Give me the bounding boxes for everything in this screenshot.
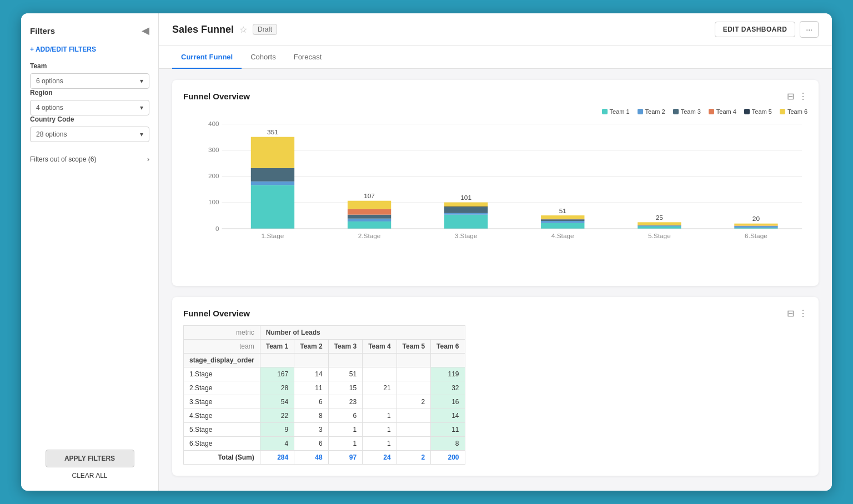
team1-cell: 9 <box>260 423 294 437</box>
svg-text:2.Stage: 2.Stage <box>358 233 381 239</box>
team4-cell: 1 <box>363 409 397 423</box>
svg-rect-30 <box>541 223 584 229</box>
svg-text:51: 51 <box>559 208 566 214</box>
tabs-bar: Current Funnel Cohorts Forecast <box>159 46 832 69</box>
stage-cell: 4.Stage <box>184 409 260 423</box>
svg-text:20: 20 <box>752 216 760 222</box>
svg-text:200: 200 <box>208 173 219 179</box>
stage-cell: 2.Stage <box>184 381 260 395</box>
stage-col-header: stage_display_order <box>184 354 260 367</box>
total-t3: 97 <box>328 451 362 465</box>
svg-rect-32 <box>541 219 584 221</box>
more-options-button[interactable]: ··· <box>800 21 819 38</box>
svg-text:25: 25 <box>656 215 663 221</box>
team-col-header: Team 5 <box>397 340 430 354</box>
table-more-icon[interactable]: ⋮ <box>799 308 807 319</box>
tab-forecast[interactable]: Forecast <box>285 46 331 69</box>
add-edit-filters-link[interactable]: + ADD/EDIT FILTERS <box>30 46 149 53</box>
team6-cell: 32 <box>431 381 465 395</box>
team1-cell: 28 <box>260 381 294 395</box>
svg-rect-17 <box>348 219 391 221</box>
team3-cell: 6 <box>328 409 362 423</box>
total-t4: 24 <box>363 451 397 465</box>
legend-item-team-4: Team 4 <box>709 108 736 115</box>
svg-text:400: 400 <box>208 121 219 127</box>
team-col-header: Team 1 <box>260 340 294 354</box>
total-t2: 48 <box>294 451 328 465</box>
svg-text:1.Stage: 1.Stage <box>262 233 284 239</box>
filter-select-country-code[interactable]: 28 options ▾ <box>30 127 149 142</box>
stage-cell: 1.Stage <box>184 367 260 381</box>
svg-text:0: 0 <box>215 225 219 231</box>
clear-all-link[interactable]: CLEAR ALL <box>72 472 107 480</box>
main-content: Sales Funnel ☆ Draft EDIT DASHBOARD ··· … <box>159 13 832 491</box>
tab-cohorts[interactable]: Cohorts <box>242 46 285 69</box>
filter-group-region: Region 4 options ▾ <box>30 89 149 115</box>
team5-cell <box>397 437 430 451</box>
chevron-down-icon: ▾ <box>140 77 143 85</box>
filter-label: Region <box>30 89 149 97</box>
dashboard-area: Funnel Overview ⊟ ⋮ Team 1Team 2Team 3Te… <box>159 69 832 491</box>
sidebar-collapse-button[interactable]: ◀ <box>142 24 149 37</box>
team-col-header: Team 4 <box>363 340 397 354</box>
table-row: 3.Stage 54 6 23 2 16 <box>184 395 465 409</box>
filter-select-team[interactable]: 6 options ▾ <box>30 73 149 89</box>
total-t6: 200 <box>431 451 465 465</box>
apply-filters-button[interactable]: APPLY FILTERS <box>46 450 134 467</box>
team5-cell: 2 <box>397 395 430 409</box>
svg-text:5.Stage: 5.Stage <box>648 233 671 239</box>
chart-filter-icon[interactable]: ⊟ <box>787 91 794 102</box>
sidebar: Filters ◀ + ADD/EDIT FILTERS Team 6 opti… <box>21 13 159 491</box>
filter-group-team: Team 6 options ▾ <box>30 62 149 89</box>
table-row: 1.Stage 167 14 51 119 <box>184 367 465 381</box>
top-bar: Sales Funnel ☆ Draft EDIT DASHBOARD ··· <box>159 13 832 46</box>
svg-rect-12 <box>251 168 294 182</box>
team2-cell: 3 <box>294 423 328 437</box>
team3-cell: 1 <box>328 423 362 437</box>
team4-cell <box>363 367 397 381</box>
funnel-table-card: Funnel Overview ⊟ ⋮ metric Number of Lea… <box>172 297 819 476</box>
svg-rect-19 <box>348 209 391 215</box>
funnel-table-title: Funnel Overview <box>183 309 250 318</box>
chevron-down-icon: ▾ <box>140 104 143 112</box>
legend-item-team-3: Team 3 <box>673 108 701 115</box>
chart-more-icon[interactable]: ⋮ <box>799 91 807 102</box>
svg-rect-31 <box>541 221 584 223</box>
svg-rect-10 <box>251 185 294 229</box>
team-subheader: team <box>184 340 260 354</box>
svg-rect-38 <box>638 225 681 226</box>
team-col-header: Team 3 <box>328 340 362 354</box>
table-filter-icon[interactable]: ⊟ <box>787 308 794 319</box>
team5-cell <box>397 381 430 395</box>
edit-dashboard-button[interactable]: EDIT DASHBOARD <box>715 22 796 37</box>
svg-rect-11 <box>251 182 294 185</box>
metric-header: metric <box>184 326 260 340</box>
svg-rect-41 <box>638 222 681 225</box>
team5-cell <box>397 423 430 437</box>
svg-rect-45 <box>734 226 777 228</box>
team2-cell: 11 <box>294 381 328 395</box>
star-icon[interactable]: ☆ <box>239 24 247 35</box>
svg-rect-34 <box>541 215 584 219</box>
filters-out-of-scope[interactable]: Filters out of scope (6) › <box>30 155 149 163</box>
filter-select-region[interactable]: 4 options ▾ <box>30 100 149 115</box>
team6-cell: 119 <box>431 367 465 381</box>
team6-cell: 16 <box>431 395 465 409</box>
totals-row: Total (Sum) 284 48 97 24 2 200 <box>184 451 465 465</box>
stage-cell: 3.Stage <box>184 395 260 409</box>
total-label: Total (Sum) <box>184 451 260 465</box>
table-row: 2.Stage 28 11 15 21 32 <box>184 381 465 395</box>
funnel-chart-title: Funnel Overview <box>183 92 250 101</box>
svg-text:4.Stage: 4.Stage <box>551 233 574 239</box>
svg-text:6.Stage: 6.Stage <box>745 233 767 239</box>
team2-cell: 14 <box>294 367 328 381</box>
team1-cell: 167 <box>260 367 294 381</box>
tab-current-funnel[interactable]: Current Funnel <box>172 46 242 69</box>
filter-label: Team <box>30 62 149 70</box>
svg-rect-18 <box>348 215 391 219</box>
team6-cell: 14 <box>431 409 465 423</box>
svg-rect-24 <box>444 213 488 215</box>
svg-rect-23 <box>444 215 488 229</box>
svg-rect-25 <box>444 207 488 213</box>
svg-rect-26 <box>444 206 488 207</box>
